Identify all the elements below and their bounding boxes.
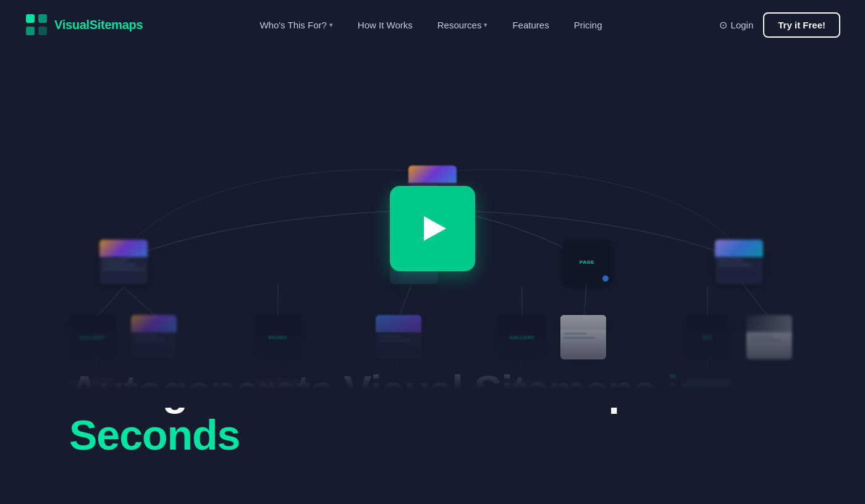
node-l2-right [715,240,763,284]
nav-link-how[interactable]: How It Works [348,15,423,35]
svg-rect-0 [26,14,35,23]
svg-rect-2 [26,27,35,35]
node-l3-center-left: PAGES [255,315,301,359]
play-button[interactable] [390,186,475,271]
node-l3-far-left [131,315,177,359]
try-free-button[interactable]: Try it Free! [763,12,840,38]
nav-link-who[interactable]: Who's This For? ▾ [250,15,342,35]
login-button[interactable]: ⊙ Login [719,19,754,31]
nav-link-resources[interactable]: Resources ▾ [428,15,498,35]
node-l3-center [376,315,421,359]
nav-item-who: Who's This For? ▾ [250,15,342,35]
node-l3-far-left-dark: GALLERY [70,315,116,359]
logo-text: VisualSitemaps [54,18,143,32]
nav-link-features[interactable]: Features [502,15,559,35]
nav-links: Who's This For? ▾ How It Works Resources… [250,15,612,35]
play-icon [424,216,446,241]
logo-link[interactable]: VisualSitemaps [25,13,143,36]
hero-text: Autogenerate Visual Sitemaps in Seconds [0,356,865,457]
hero-section: PAGE GALLERY PAGES [0,49,865,457]
nav-item-how: How It Works [348,15,423,35]
node-l3-center-right: GALLERY [499,315,545,359]
login-icon: ⊙ [719,19,727,31]
svg-rect-3 [38,27,47,35]
node-l3-center-right-white [560,315,606,359]
svg-rect-1 [38,14,47,23]
nav-item-pricing: Pricing [564,15,612,35]
nav-link-pricing[interactable]: Pricing [564,15,612,35]
nav-right: ⊙ Login Try it Free! [719,12,840,38]
logo-icon [25,13,48,36]
sitemap-visualization: PAGE GALLERY PAGES [0,49,865,408]
chevron-down-icon: ▾ [484,21,487,29]
nav-item-resources: Resources ▾ [428,15,498,35]
navbar: VisualSitemaps Who's This For? ▾ How It … [0,0,865,49]
node-l2-left [99,240,148,284]
node-l3-far-right [746,315,792,359]
node-l2-center-right: PAGE [563,240,611,284]
hero-heading: Autogenerate Visual Sitemaps in Seconds [69,369,796,457]
chevron-down-icon: ▾ [329,21,333,29]
node-l3-far-right-dark: BIO [685,315,730,359]
nav-item-features: Features [502,15,559,35]
